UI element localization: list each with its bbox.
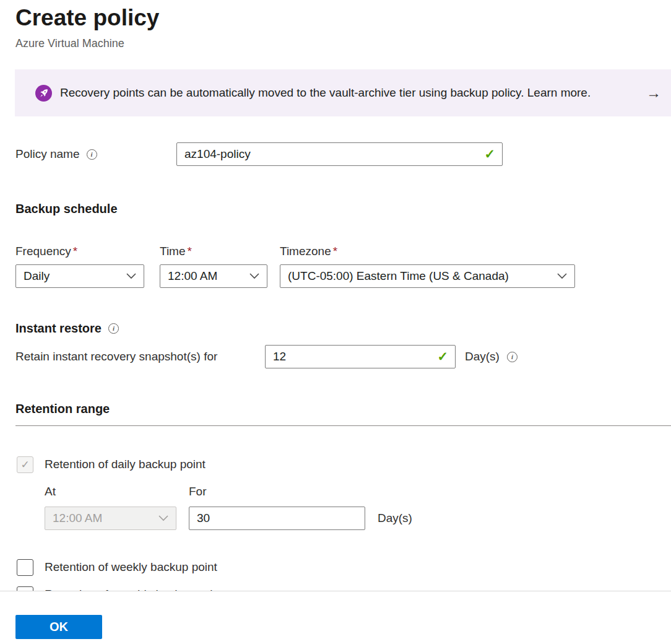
daily-atfor-labels: At For bbox=[45, 484, 671, 499]
retention-range-heading: Retention range bbox=[15, 401, 671, 417]
daily-at-value: 12:00 AM bbox=[53, 511, 102, 525]
monthly-retention-checkbox[interactable] bbox=[17, 586, 33, 591]
daily-atfor-controls: 12:00 AM Day(s) bbox=[45, 507, 671, 530]
timezone-field: Timezone* (UTC-05:00) Eastern Time (US &… bbox=[280, 244, 575, 288]
banner-message: Recovery points can be automatically mov… bbox=[60, 86, 591, 100]
banner-arrow-icon[interactable]: → bbox=[646, 85, 661, 100]
required-asterisk: * bbox=[73, 245, 77, 258]
policy-name-row: Policy name i ✓ bbox=[15, 142, 671, 166]
frequency-label: Frequency* bbox=[15, 244, 160, 259]
frequency-dropdown[interactable]: Daily bbox=[15, 264, 144, 288]
retain-days-input-wrap: ✓ bbox=[265, 345, 456, 368]
retention-range-divider bbox=[15, 425, 671, 426]
weekly-retention-label: Retention of weekly backup point bbox=[45, 560, 217, 574]
create-policy-blade: Create policy Azure Virtual Machine Reco… bbox=[0, 0, 671, 591]
policy-name-input-wrap: ✓ bbox=[176, 142, 503, 166]
time-dropdown[interactable]: 12:00 AM bbox=[160, 264, 267, 288]
chevron-down-icon bbox=[557, 273, 567, 279]
required-asterisk: * bbox=[188, 245, 192, 258]
backup-schedule-heading: Backup schedule bbox=[15, 201, 671, 217]
page-subtitle: Azure Virtual Machine bbox=[15, 36, 671, 51]
daily-for-unit: Day(s) bbox=[378, 511, 412, 525]
monthly-retention-row-clipped: Retention of monthly backup point bbox=[0, 586, 671, 591]
weekly-retention-checkbox[interactable] bbox=[17, 559, 33, 576]
instant-restore-info-icon[interactable]: i bbox=[108, 323, 119, 334]
retain-snapshot-label: Retain instant recovery snapshot(s) for bbox=[15, 350, 265, 363]
chevron-down-icon bbox=[126, 273, 136, 279]
instant-restore-row: Retain instant recovery snapshot(s) for … bbox=[15, 345, 671, 368]
frequency-field: Frequency* Daily bbox=[15, 244, 160, 288]
daily-for-input[interactable] bbox=[189, 507, 365, 529]
timezone-label: Timezone* bbox=[280, 244, 575, 259]
daily-retention-label: Retention of daily backup point bbox=[45, 458, 206, 471]
learn-more-link[interactable]: Learn more. bbox=[527, 86, 591, 99]
daily-for-input-wrap bbox=[189, 507, 365, 530]
info-banner: Recovery points can be automatically mov… bbox=[15, 69, 671, 116]
retain-days-input[interactable] bbox=[266, 346, 455, 368]
time-label: Time* bbox=[160, 244, 280, 259]
time-value: 12:00 AM bbox=[168, 269, 217, 283]
policy-name-input[interactable] bbox=[177, 143, 502, 165]
backup-schedule-fields: Frequency* Daily Time* 12:00 AM Ti bbox=[15, 244, 671, 288]
required-asterisk: * bbox=[333, 245, 337, 258]
chevron-down-icon bbox=[249, 273, 259, 279]
blade-footer: OK bbox=[0, 591, 671, 644]
retain-days-info-icon[interactable]: i bbox=[507, 352, 517, 362]
weekly-retention-row: Retention of weekly backup point bbox=[17, 559, 671, 576]
timezone-dropdown[interactable]: (UTC-05:00) Eastern Time (US & Canada) bbox=[280, 264, 575, 288]
policy-name-info-icon[interactable]: i bbox=[87, 149, 97, 160]
rocket-icon bbox=[35, 85, 52, 102]
daily-retention-row: ✓ Retention of daily backup point bbox=[17, 456, 671, 473]
chevron-down-icon bbox=[158, 515, 168, 521]
retain-days-unit: Day(s) bbox=[465, 350, 500, 363]
daily-retention-checkbox: ✓ bbox=[17, 456, 33, 473]
frequency-value: Daily bbox=[24, 269, 50, 283]
at-label: At bbox=[45, 484, 189, 499]
instant-restore-heading: Instant restore i bbox=[15, 320, 671, 336]
page-title: Create policy bbox=[15, 4, 671, 32]
ok-button[interactable]: OK bbox=[15, 615, 102, 639]
time-field: Time* 12:00 AM bbox=[160, 244, 280, 288]
policy-name-label: Policy name bbox=[15, 147, 80, 161]
for-label: For bbox=[189, 484, 207, 499]
timezone-value: (UTC-05:00) Eastern Time (US & Canada) bbox=[288, 269, 509, 283]
daily-at-dropdown: 12:00 AM bbox=[45, 507, 176, 530]
policy-name-label-group: Policy name i bbox=[15, 147, 176, 161]
